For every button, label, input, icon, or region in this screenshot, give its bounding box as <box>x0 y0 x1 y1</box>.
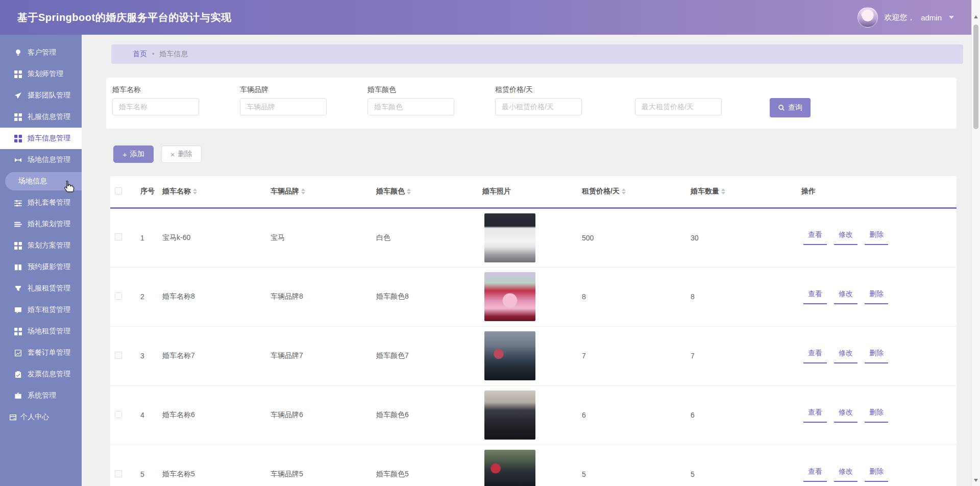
cell-quantity: 8 <box>691 267 801 326</box>
row-action-查看[interactable]: 查看 <box>803 408 827 423</box>
search-input-1[interactable] <box>240 98 327 115</box>
car-photo <box>484 450 535 486</box>
sidebar-item-客户管理[interactable]: 客户管理 <box>0 42 82 63</box>
sidebar-item-预约摄影管理[interactable]: 预约摄影管理 <box>0 256 82 278</box>
search-input-3[interactable] <box>495 98 582 115</box>
sidebar-item-场地租赁管理[interactable]: 场地租赁管理 <box>0 321 82 342</box>
row-action-查看[interactable]: 查看 <box>803 467 827 482</box>
cell-index: 3 <box>135 326 162 385</box>
sidebar-item-套餐订单管理[interactable]: 套餐订单管理 <box>0 342 82 363</box>
select-all-checkbox[interactable] <box>115 187 122 195</box>
column-header: 婚车照片 <box>482 176 582 208</box>
sidebar-item-发票信息管理[interactable]: 发票信息管理 <box>0 363 82 385</box>
row-action-修改[interactable]: 修改 <box>834 408 857 423</box>
app-header: 基于Springboot的婚庆服务平台的设计与实现 欢迎您，admin <box>0 0 971 35</box>
sidebar-item-个人中心[interactable]: 个人中心 <box>0 406 82 428</box>
sort-icon[interactable] <box>301 188 305 195</box>
chart-icon <box>14 349 22 357</box>
cell-car-brand: 车辆品牌7 <box>271 326 376 385</box>
cell-price: 8 <box>582 267 691 326</box>
sidebar-item-摄影团队管理[interactable]: 摄影团队管理 <box>0 85 82 106</box>
row-checkbox[interactable] <box>115 411 122 418</box>
scrollbar-thumb[interactable] <box>973 25 978 129</box>
search-icon <box>778 104 785 111</box>
user-menu[interactable]: 欢迎您，admin <box>857 7 954 28</box>
cell-index: 4 <box>135 385 162 445</box>
toolbar: +添加 ×删除 <box>113 145 202 163</box>
sort-icon[interactable] <box>193 188 197 195</box>
breadcrumb-home-link[interactable]: 首页 <box>133 50 147 59</box>
column-header[interactable]: 租赁价格/天 <box>582 176 691 208</box>
row-action-删除[interactable]: 删除 <box>865 289 888 304</box>
sidebar-item-策划方案管理[interactable]: 策划方案管理 <box>0 235 82 256</box>
sidebar-item-礼服信息管理[interactable]: 礼服信息管理 <box>0 106 82 128</box>
clipboard-icon <box>14 371 22 378</box>
search-field-label: 婚车颜色 <box>368 84 495 95</box>
row-actions: 查看修改删除 <box>801 467 957 482</box>
window-scrollbar[interactable] <box>971 0 980 486</box>
query-button[interactable]: 查询 <box>770 98 811 117</box>
plane-icon <box>14 92 22 100</box>
cell-quantity: 6 <box>691 385 801 445</box>
row-action-修改[interactable]: 修改 <box>834 467 857 482</box>
scroll-up-icon[interactable] <box>974 15 978 18</box>
row-action-查看[interactable]: 查看 <box>803 289 827 304</box>
row-checkbox[interactable] <box>115 293 122 300</box>
welcome-text: 欢迎您， <box>884 13 915 22</box>
sidebar-item-label: 婚礼策划管理 <box>28 220 70 229</box>
sidebar-item-label: 场地信息 <box>18 177 47 186</box>
chat-icon <box>14 306 22 314</box>
column-header: 操作 <box>801 176 957 208</box>
row-action-修改[interactable]: 修改 <box>834 349 857 363</box>
row-action-删除[interactable]: 删除 <box>865 467 888 482</box>
sidebar-item-婚车租赁管理[interactable]: 婚车租赁管理 <box>0 299 82 321</box>
scroll-down-icon[interactable] <box>974 479 978 482</box>
delete-button[interactable]: ×删除 <box>161 145 202 163</box>
column-header[interactable]: 车辆品牌 <box>271 176 376 208</box>
chevron-down-icon[interactable] <box>949 16 954 19</box>
sidebar-item-系统管理[interactable]: 系统管理 <box>0 385 82 406</box>
row-action-查看[interactable]: 查看 <box>803 349 827 363</box>
cell-car-brand: 车辆品牌8 <box>271 267 376 326</box>
sidebar-item-label: 系统管理 <box>28 391 56 400</box>
table-body: 1 宝马k-60 宝马 白色 500 30 查看修改删除 2 婚车名称8 车辆品… <box>110 208 957 486</box>
column-header: 序号 <box>135 176 162 208</box>
search-input-0[interactable] <box>112 98 199 115</box>
row-checkbox[interactable] <box>115 352 122 359</box>
row-checkbox[interactable] <box>115 470 122 477</box>
table-row: 2 婚车名称8 车辆品牌8 婚车颜色8 8 8 查看修改删除 <box>110 267 957 326</box>
sort-icon[interactable] <box>407 188 411 195</box>
sort-icon[interactable] <box>622 188 626 195</box>
sidebar-item-场地信息[interactable]: 场地信息 <box>5 172 82 190</box>
column-header[interactable]: 婚车颜色 <box>376 176 482 208</box>
sidebar-item-场地信息管理[interactable]: 场地信息管理 <box>0 149 82 171</box>
column-header[interactable]: 婚车名称 <box>162 176 271 208</box>
sliders-icon <box>14 199 22 207</box>
sidebar-item-label: 礼服信息管理 <box>28 112 70 121</box>
row-action-删除[interactable]: 删除 <box>865 230 888 245</box>
search-input-2[interactable] <box>368 98 454 115</box>
lines-icon <box>14 221 22 228</box>
sidebar-item-婚车信息管理[interactable]: 婚车信息管理 <box>0 128 82 149</box>
row-action-修改[interactable]: 修改 <box>834 289 857 304</box>
row-action-查看[interactable]: 查看 <box>803 230 827 245</box>
car-photo <box>484 213 535 262</box>
sidebar-item-礼服租赁管理[interactable]: 礼服租赁管理 <box>0 278 82 299</box>
sidebar-item-策划师管理[interactable]: 策划师管理 <box>0 63 82 85</box>
row-actions: 查看修改删除 <box>801 349 957 363</box>
search-input-4[interactable] <box>635 98 722 115</box>
sort-icon[interactable] <box>721 188 725 195</box>
row-action-修改[interactable]: 修改 <box>834 230 857 245</box>
column-header[interactable]: 婚车数量 <box>691 176 801 208</box>
row-action-删除[interactable]: 删除 <box>865 408 888 423</box>
sidebar-item-婚礼套餐管理[interactable]: 婚礼套餐管理 <box>0 192 82 213</box>
add-button[interactable]: +添加 <box>113 145 154 163</box>
row-actions: 查看修改删除 <box>801 289 957 304</box>
row-action-删除[interactable]: 删除 <box>865 349 888 363</box>
row-checkbox[interactable] <box>115 233 122 240</box>
cell-car-name: 婚车名称7 <box>162 326 271 385</box>
user-avatar[interactable] <box>857 7 878 28</box>
search-panel: 婚车名称 车辆品牌 婚车颜色 租赁价格/天 查询 <box>106 78 957 129</box>
sidebar-item-label: 婚车信息管理 <box>28 134 70 143</box>
sidebar-item-婚礼策划管理[interactable]: 婚礼策划管理 <box>0 213 82 235</box>
